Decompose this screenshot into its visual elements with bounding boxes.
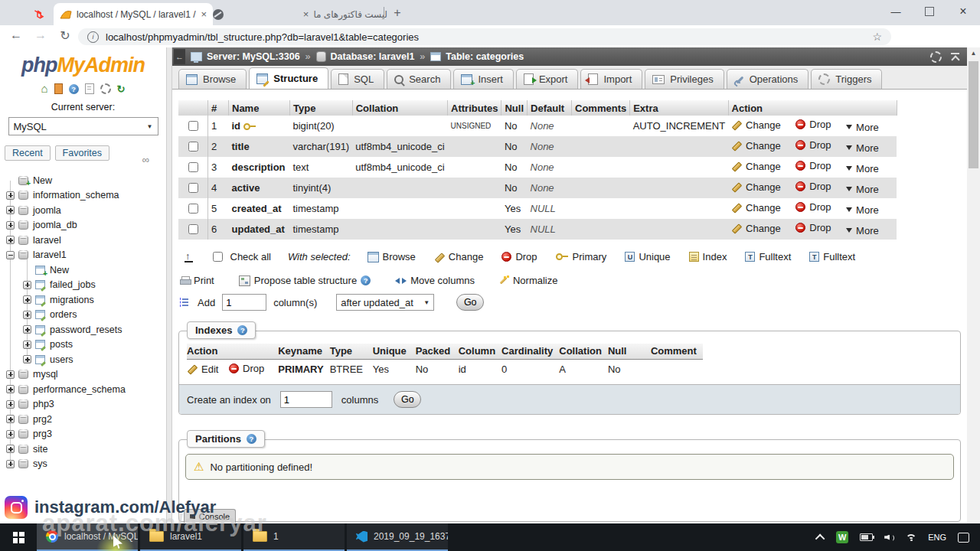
nav-tab[interactable]: Triggers xyxy=(811,69,882,89)
tab-close-icon[interactable]: × xyxy=(303,9,309,19)
tab-invoices[interactable]: × لیست فاکتورهای ما xyxy=(205,3,395,25)
start-button[interactable] xyxy=(0,523,37,551)
panel-splitter[interactable] xyxy=(166,47,172,523)
expander-icon[interactable] xyxy=(6,445,15,453)
tree-item[interactable]: performance_schema xyxy=(0,382,166,397)
drop-link[interactable]: Drop xyxy=(795,181,831,192)
change-link[interactable]: Change xyxy=(731,181,781,193)
column-header[interactable]: Action xyxy=(728,100,897,116)
row-checkbox[interactable] xyxy=(188,224,198,234)
nav-tab[interactable]: Import xyxy=(580,69,642,89)
check-all[interactable]: Check all xyxy=(210,249,271,264)
tray-chevron-icon[interactable] xyxy=(815,533,825,543)
expander-icon[interactable] xyxy=(6,385,15,393)
more-link[interactable]: More xyxy=(846,184,879,195)
tree-item[interactable]: joomla_db xyxy=(0,218,166,233)
tree-item[interactable]: password_resets xyxy=(0,322,166,337)
tree-item[interactable]: php3 xyxy=(0,397,166,412)
nav-tab-label[interactable]: Privileges xyxy=(670,73,713,85)
nav-tab-label[interactable]: Browse xyxy=(203,73,236,85)
settings-gear-icon[interactable] xyxy=(100,83,111,94)
create-index-go-button[interactable]: Go xyxy=(394,391,421,408)
tree-item[interactable]: mysql xyxy=(0,367,166,383)
tree-item[interactable]: New xyxy=(0,262,166,278)
breadcrumb-table[interactable]: Table: categories xyxy=(446,51,524,62)
bookmark-star-icon[interactable]: ☆ xyxy=(872,31,882,43)
breadcrumb-server[interactable]: Server: MySQL:3306 xyxy=(207,51,300,62)
more-link[interactable]: More xyxy=(846,122,879,133)
expander-icon[interactable] xyxy=(23,295,31,304)
home-icon[interactable]: ⌂ xyxy=(41,83,48,94)
tree-item-label[interactable]: prg3 xyxy=(33,429,52,439)
tree-item-label[interactable]: users xyxy=(50,354,74,365)
tree-item[interactable]: information_schema xyxy=(0,188,166,204)
expander-icon[interactable] xyxy=(23,311,31,319)
nav-tab-label[interactable]: Export xyxy=(539,73,568,85)
more-link[interactable]: More xyxy=(846,204,879,216)
nav-tab-label[interactable]: Operations xyxy=(750,73,799,85)
back-button[interactable]: ← xyxy=(8,28,24,42)
help-icon[interactable] xyxy=(237,325,247,335)
nav-tab[interactable]: Structure xyxy=(249,67,328,89)
tree-item-label[interactable]: posts xyxy=(50,339,73,350)
tree-item-label[interactable]: prg2 xyxy=(33,414,52,425)
tree-item[interactable]: joomla xyxy=(0,203,166,218)
column-header[interactable]: Name xyxy=(229,100,290,116)
new-tab-button[interactable]: + xyxy=(389,5,406,21)
tree-item[interactable]: prg3 xyxy=(0,427,166,442)
speaker-icon[interactable] xyxy=(884,533,894,541)
with-selected-action[interactable]: Change xyxy=(434,251,484,262)
nav-tab-label[interactable]: Search xyxy=(409,73,440,85)
column-header[interactable]: # xyxy=(208,100,229,116)
nav-tab[interactable]: Browse xyxy=(178,69,247,89)
maximize-button[interactable] xyxy=(913,0,946,23)
tree-item[interactable]: posts xyxy=(0,337,166,353)
expander-icon[interactable] xyxy=(6,370,15,379)
scrollbar-thumb[interactable] xyxy=(969,61,978,168)
tree-item-label[interactable]: migrations xyxy=(50,295,94,305)
with-selected-action[interactable]: Unique xyxy=(625,251,670,262)
row-checkbox[interactable] xyxy=(188,142,198,152)
logout-icon[interactable] xyxy=(54,83,63,94)
column-header[interactable]: Attributes xyxy=(448,100,501,116)
collapse-top-icon[interactable] xyxy=(951,53,959,60)
tree-item-label[interactable]: password_resets xyxy=(50,324,122,335)
tree-item[interactable]: migrations xyxy=(0,292,166,308)
wampserver-icon[interactable]: W xyxy=(836,531,848,543)
language-indicator[interactable]: ENG xyxy=(928,533,946,542)
battery-icon[interactable] xyxy=(860,533,873,541)
nav-tab[interactable]: Privileges xyxy=(645,69,724,89)
breadcrumb-database[interactable]: Database: laravel1 xyxy=(331,51,415,62)
column-header[interactable]: Collation xyxy=(352,100,447,116)
row-checkbox[interactable] xyxy=(188,162,198,172)
add-go-button[interactable]: Go xyxy=(456,294,484,311)
tree-item-label[interactable]: laravel1 xyxy=(33,249,67,260)
with-selected-action[interactable]: Primary xyxy=(556,251,607,262)
index-columns-input[interactable] xyxy=(280,391,332,408)
nav-tab[interactable]: SQL xyxy=(331,69,384,89)
nav-tab-label[interactable]: SQL xyxy=(354,73,374,85)
drop-link[interactable]: Drop xyxy=(795,160,831,171)
tree-item[interactable]: users xyxy=(0,352,166,367)
with-selected-action[interactable]: Fulltext xyxy=(745,251,791,262)
tree-item-label[interactable]: laravel xyxy=(33,235,61,246)
pinned-tab[interactable] xyxy=(28,4,52,25)
page-info-icon[interactable] xyxy=(87,31,99,43)
row-checkbox[interactable] xyxy=(188,204,198,214)
wifi-icon[interactable] xyxy=(906,533,916,541)
page-scrollbar[interactable]: ▲ xyxy=(967,47,980,523)
expander-icon[interactable] xyxy=(6,206,15,214)
edit-index-link[interactable]: Edit xyxy=(187,364,218,375)
expander-icon[interactable] xyxy=(6,251,15,259)
notification-center-icon[interactable] xyxy=(958,533,969,543)
tree-item[interactable]: New xyxy=(0,173,166,188)
minimize-button[interactable]: — xyxy=(879,0,913,23)
position-select[interactable]: after updated_at ▼ xyxy=(336,294,434,311)
expander-icon[interactable] xyxy=(23,281,31,289)
column-header[interactable]: Type xyxy=(290,100,353,116)
tool-link[interactable]: Print xyxy=(180,275,214,286)
taskbar-item[interactable]: 2019_09_19_163750... xyxy=(347,523,448,551)
tree-item[interactable]: laravel xyxy=(0,233,166,248)
change-link[interactable]: Change xyxy=(731,223,781,234)
help-icon[interactable] xyxy=(247,434,256,444)
